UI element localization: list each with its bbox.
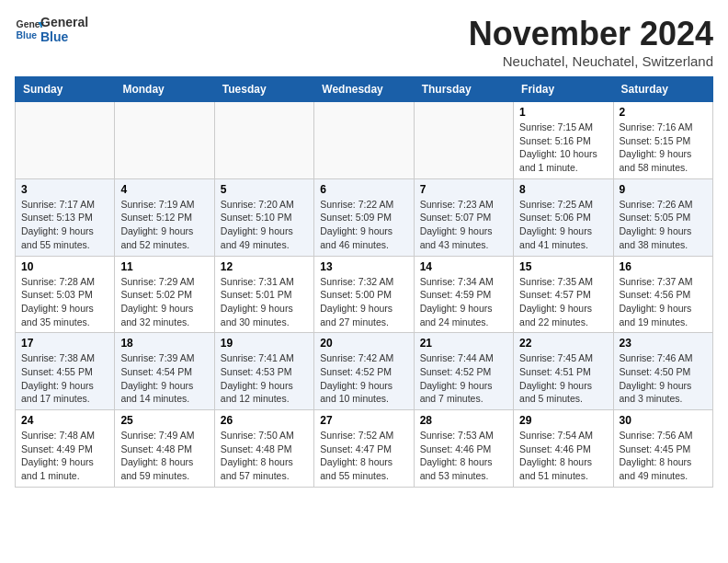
day-number: 29 — [519, 414, 607, 427]
calendar-cell: 10Sunrise: 7:28 AM Sunset: 5:03 PM Dayli… — [16, 256, 115, 333]
weekday-header-thursday: Thursday — [414, 77, 513, 102]
day-number: 8 — [519, 183, 607, 196]
calendar-cell: 21Sunrise: 7:44 AM Sunset: 4:52 PM Dayli… — [414, 333, 513, 410]
day-number: 28 — [420, 414, 507, 427]
day-number: 14 — [420, 260, 507, 273]
day-info: Sunrise: 7:48 AM Sunset: 4:49 PM Dayligh… — [21, 429, 108, 483]
day-number: 20 — [320, 337, 407, 350]
day-number: 7 — [420, 183, 507, 196]
calendar-cell — [16, 102, 115, 179]
calendar-cell: 24Sunrise: 7:48 AM Sunset: 4:49 PM Dayli… — [16, 410, 115, 488]
weekday-header-saturday: Saturday — [613, 77, 712, 102]
title-block: November 2024 Neuchatel, Neuchatel, Swit… — [469, 15, 713, 69]
location-subtitle: Neuchatel, Neuchatel, Switzerland — [469, 53, 713, 69]
calendar-week-row: 17Sunrise: 7:38 AM Sunset: 4:55 PM Dayli… — [16, 333, 713, 410]
calendar-cell — [414, 102, 513, 179]
calendar-cell: 19Sunrise: 7:41 AM Sunset: 4:53 PM Dayli… — [214, 333, 313, 410]
day-number: 21 — [420, 337, 507, 350]
calendar-cell: 17Sunrise: 7:38 AM Sunset: 4:55 PM Dayli… — [16, 333, 115, 410]
day-info: Sunrise: 7:56 AM Sunset: 4:45 PM Dayligh… — [620, 429, 707, 483]
calendar-cell: 6Sunrise: 7:22 AM Sunset: 5:09 PM Daylig… — [314, 178, 414, 256]
day-info: Sunrise: 7:29 AM Sunset: 5:02 PM Dayligh… — [120, 275, 208, 329]
calendar-cell: 1Sunrise: 7:15 AM Sunset: 5:16 PM Daylig… — [514, 102, 613, 179]
day-info: Sunrise: 7:46 AM Sunset: 4:50 PM Dayligh… — [620, 351, 707, 406]
calendar-cell: 4Sunrise: 7:19 AM Sunset: 5:12 PM Daylig… — [115, 178, 214, 256]
day-number: 6 — [320, 183, 407, 196]
calendar-cell: 11Sunrise: 7:29 AM Sunset: 5:02 PM Dayli… — [115, 256, 214, 333]
calendar-cell: 13Sunrise: 7:32 AM Sunset: 5:00 PM Dayli… — [314, 256, 414, 333]
weekday-header-monday: Monday — [115, 77, 214, 102]
day-info: Sunrise: 7:28 AM Sunset: 5:03 PM Dayligh… — [21, 275, 108, 329]
day-number: 15 — [519, 260, 607, 273]
weekday-header-friday: Friday — [514, 77, 613, 102]
day-info: Sunrise: 7:26 AM Sunset: 5:05 PM Dayligh… — [620, 198, 707, 252]
calendar-cell: 3Sunrise: 7:17 AM Sunset: 5:13 PM Daylig… — [16, 178, 115, 256]
calendar-cell: 12Sunrise: 7:31 AM Sunset: 5:01 PM Dayli… — [214, 256, 313, 333]
day-info: Sunrise: 7:16 AM Sunset: 5:15 PM Dayligh… — [620, 121, 707, 175]
day-info: Sunrise: 7:50 AM Sunset: 4:48 PM Dayligh… — [221, 429, 308, 483]
day-number: 16 — [620, 260, 707, 273]
svg-text:Blue: Blue — [17, 30, 38, 40]
calendar-cell: 18Sunrise: 7:39 AM Sunset: 4:54 PM Dayli… — [115, 333, 214, 410]
day-number: 1 — [519, 106, 607, 119]
day-info: Sunrise: 7:19 AM Sunset: 5:12 PM Dayligh… — [120, 198, 208, 252]
day-info: Sunrise: 7:23 AM Sunset: 5:07 PM Dayligh… — [420, 198, 507, 252]
day-info: Sunrise: 7:42 AM Sunset: 4:52 PM Dayligh… — [320, 351, 407, 406]
day-info: Sunrise: 7:54 AM Sunset: 4:46 PM Dayligh… — [519, 429, 607, 483]
calendar-table: SundayMondayTuesdayWednesdayThursdayFrid… — [15, 76, 713, 488]
calendar-week-row: 10Sunrise: 7:28 AM Sunset: 5:03 PM Dayli… — [16, 256, 713, 333]
day-info: Sunrise: 7:32 AM Sunset: 5:00 PM Dayligh… — [320, 275, 407, 329]
weekday-header-sunday: Sunday — [16, 77, 115, 102]
day-info: Sunrise: 7:52 AM Sunset: 4:47 PM Dayligh… — [320, 429, 407, 483]
day-info: Sunrise: 7:41 AM Sunset: 4:53 PM Dayligh… — [221, 351, 308, 406]
calendar-cell: 9Sunrise: 7:26 AM Sunset: 5:05 PM Daylig… — [613, 178, 712, 256]
logo-blue-text: Blue — [40, 29, 88, 44]
weekday-header-row: SundayMondayTuesdayWednesdayThursdayFrid… — [16, 77, 713, 102]
page-header: General Blue General Blue November 2024 … — [15, 15, 713, 69]
day-info: Sunrise: 7:31 AM Sunset: 5:01 PM Dayligh… — [221, 275, 308, 329]
calendar-cell: 30Sunrise: 7:56 AM Sunset: 4:45 PM Dayli… — [613, 410, 712, 488]
calendar-cell: 8Sunrise: 7:25 AM Sunset: 5:06 PM Daylig… — [514, 178, 613, 256]
calendar-cell: 28Sunrise: 7:53 AM Sunset: 4:46 PM Dayli… — [414, 410, 513, 488]
calendar-cell — [214, 102, 313, 179]
day-number: 25 — [120, 414, 208, 427]
day-number: 30 — [620, 414, 707, 427]
day-number: 23 — [620, 337, 707, 350]
calendar-cell: 22Sunrise: 7:45 AM Sunset: 4:51 PM Dayli… — [514, 333, 613, 410]
day-number: 4 — [120, 183, 208, 196]
day-info: Sunrise: 7:25 AM Sunset: 5:06 PM Dayligh… — [519, 198, 607, 252]
calendar-cell: 16Sunrise: 7:37 AM Sunset: 4:56 PM Dayli… — [613, 256, 712, 333]
calendar-cell: 29Sunrise: 7:54 AM Sunset: 4:46 PM Dayli… — [514, 410, 613, 488]
day-info: Sunrise: 7:17 AM Sunset: 5:13 PM Dayligh… — [21, 198, 108, 252]
day-number: 10 — [21, 260, 108, 273]
day-info: Sunrise: 7:37 AM Sunset: 4:56 PM Dayligh… — [620, 275, 707, 329]
calendar-week-row: 24Sunrise: 7:48 AM Sunset: 4:49 PM Dayli… — [16, 410, 713, 488]
calendar-cell: 23Sunrise: 7:46 AM Sunset: 4:50 PM Dayli… — [613, 333, 712, 410]
calendar-cell: 2Sunrise: 7:16 AM Sunset: 5:15 PM Daylig… — [613, 102, 712, 179]
calendar-week-row: 1Sunrise: 7:15 AM Sunset: 5:16 PM Daylig… — [16, 102, 713, 179]
day-number: 24 — [21, 414, 108, 427]
weekday-header-tuesday: Tuesday — [214, 77, 313, 102]
day-info: Sunrise: 7:44 AM Sunset: 4:52 PM Dayligh… — [420, 351, 507, 406]
day-number: 11 — [120, 260, 208, 273]
calendar-cell: 5Sunrise: 7:20 AM Sunset: 5:10 PM Daylig… — [214, 178, 313, 256]
day-info: Sunrise: 7:15 AM Sunset: 5:16 PM Dayligh… — [519, 121, 607, 175]
calendar-cell: 26Sunrise: 7:50 AM Sunset: 4:48 PM Dayli… — [214, 410, 313, 488]
weekday-header-wednesday: Wednesday — [314, 77, 414, 102]
day-number: 27 — [320, 414, 407, 427]
calendar-cell: 27Sunrise: 7:52 AM Sunset: 4:47 PM Dayli… — [314, 410, 414, 488]
day-info: Sunrise: 7:53 AM Sunset: 4:46 PM Dayligh… — [420, 429, 507, 483]
day-info: Sunrise: 7:35 AM Sunset: 4:57 PM Dayligh… — [519, 275, 607, 329]
calendar-cell: 25Sunrise: 7:49 AM Sunset: 4:48 PM Dayli… — [115, 410, 214, 488]
day-info: Sunrise: 7:39 AM Sunset: 4:54 PM Dayligh… — [120, 351, 208, 406]
day-info: Sunrise: 7:20 AM Sunset: 5:10 PM Dayligh… — [221, 198, 308, 252]
logo: General Blue General Blue — [15, 15, 88, 44]
day-number: 22 — [519, 337, 607, 350]
calendar-cell: 14Sunrise: 7:34 AM Sunset: 4:59 PM Dayli… — [414, 256, 513, 333]
calendar-week-row: 3Sunrise: 7:17 AM Sunset: 5:13 PM Daylig… — [16, 178, 713, 256]
day-number: 26 — [221, 414, 308, 427]
day-info: Sunrise: 7:34 AM Sunset: 4:59 PM Dayligh… — [420, 275, 507, 329]
day-number: 2 — [620, 106, 707, 119]
calendar-cell — [115, 102, 214, 179]
calendar-cell — [314, 102, 414, 179]
